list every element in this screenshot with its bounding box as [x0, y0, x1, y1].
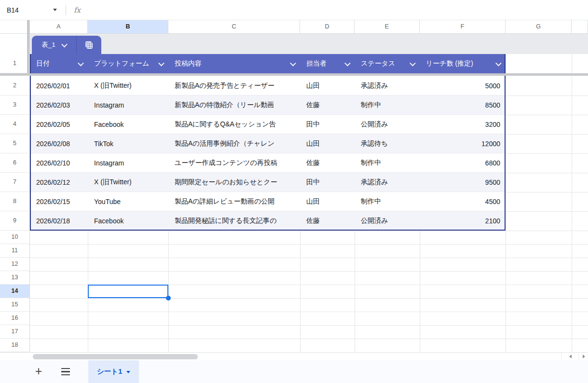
cell-content[interactable]: 製品Aに関するQ&Aセッション告 [168, 115, 300, 134]
table-header-platform[interactable]: プラットフォーム [88, 54, 168, 73]
cell-date[interactable]: 2026/02/08 [30, 134, 88, 153]
cell-date[interactable]: 2026/02/05 [30, 115, 88, 134]
row-header-14[interactable]: 14 [0, 285, 30, 298]
row-header-3[interactable]: 3 [0, 96, 30, 115]
row-header-9[interactable]: 9 [0, 211, 30, 231]
all-sheets-button[interactable] [55, 360, 76, 383]
table-border-right [505, 54, 506, 231]
row-header-1[interactable]: 1 [0, 54, 30, 73]
cell-owner[interactable]: 山田 [300, 76, 355, 95]
cell-reach[interactable]: 3200 [420, 115, 506, 134]
cell-reach[interactable]: 9500 [420, 173, 506, 192]
row-header-4[interactable]: 4 [0, 115, 30, 134]
row-header-2[interactable]: 2 [0, 76, 30, 96]
table-header-owner[interactable]: 担当者 [300, 54, 355, 73]
scrollbar-thumb[interactable] [33, 354, 198, 359]
cell-owner[interactable]: 山田 [300, 134, 355, 153]
row-header-16[interactable]: 16 [0, 312, 30, 325]
table-menu-button[interactable] [76, 36, 101, 54]
cell-content[interactable]: 製品開発秘話に関する長文記事の [168, 211, 300, 231]
corner-box[interactable] [0, 20, 30, 34]
cell-reach[interactable]: 6800 [420, 153, 506, 172]
cell-reach[interactable]: 4500 [420, 192, 506, 211]
row-header-17[interactable]: 17 [0, 325, 30, 339]
cell-date[interactable]: 2026/02/03 [30, 96, 88, 114]
row-header-13[interactable]: 13 [0, 271, 30, 285]
column-header-C[interactable]: C [168, 20, 300, 34]
sheet-grid[interactable]: ABCDEFG123456789101112131415161718日付プラット… [0, 0, 588, 383]
table-row: 2026/02/08TikTok製品Aの活用事例紹介（チャレン山田承認待ち120… [30, 134, 506, 153]
cell-reach[interactable]: 12000 [420, 134, 506, 153]
table-name-chip[interactable]: 表_1 [32, 36, 76, 54]
row-header-15[interactable]: 15 [0, 298, 30, 312]
cell-date[interactable]: 2026/02/10 [30, 153, 88, 172]
cell-status[interactable]: 公開済み [355, 211, 420, 231]
row-header-18[interactable]: 18 [0, 339, 30, 352]
cell-date[interactable]: 2026/02/15 [30, 192, 88, 211]
cell-content[interactable]: 期間限定セールのお知らせとクー [168, 173, 300, 192]
cell-content[interactable]: 新製品Aの特徴紹介（リール動画 [168, 96, 300, 114]
cell-content[interactable]: 製品Aの詳細レビュー動画の公開 [168, 192, 300, 211]
row-header-6[interactable]: 6 [0, 153, 30, 173]
sheet-tab[interactable]: シート1 [88, 360, 139, 383]
cell-date[interactable]: 2026/02/01 [30, 76, 88, 95]
cell-platform[interactable]: Facebook [88, 211, 168, 231]
cell-platform[interactable]: X (旧Twitter) [88, 173, 168, 192]
cell-owner[interactable]: 田中 [300, 173, 355, 192]
freeze-handle-horizontal[interactable] [0, 73, 588, 76]
column-header-G[interactable]: G [506, 20, 572, 34]
column-header-A[interactable]: A [30, 20, 88, 34]
cell-status[interactable]: 公開済み [355, 115, 420, 134]
cell-owner[interactable]: 佐藤 [300, 211, 355, 231]
cell-owner[interactable]: 佐藤 [300, 96, 355, 114]
row-header-5[interactable]: 5 [0, 134, 30, 153]
table-header-content[interactable]: 投稿内容 [168, 54, 300, 73]
cell-platform[interactable]: Instagram [88, 96, 168, 114]
cell-platform[interactable]: Facebook [88, 115, 168, 134]
cell-status[interactable]: 制作中 [355, 192, 420, 211]
row-header-12[interactable]: 12 [0, 258, 30, 271]
cell-date[interactable]: 2026/02/18 [30, 211, 88, 231]
row-header-10[interactable]: 10 [0, 231, 30, 244]
cell-owner[interactable]: 山田 [300, 192, 355, 211]
scroll-right-button[interactable] [578, 353, 588, 360]
cell-status[interactable]: 承認済み [355, 173, 420, 192]
scroll-left-button[interactable] [561, 353, 579, 360]
cell-status[interactable]: 承認待ち [355, 134, 420, 153]
cell-reach[interactable]: 2100 [420, 211, 506, 231]
cell-reach[interactable]: 8500 [420, 96, 506, 114]
freeze-handle-vertical[interactable] [27, 20, 29, 76]
row-header-8[interactable]: 8 [0, 192, 30, 211]
table-header-date[interactable]: 日付 [30, 54, 88, 73]
column-header-E[interactable]: E [355, 20, 420, 34]
table-border-left [30, 54, 31, 231]
cell-content[interactable]: 製品Aの活用事例紹介（チャレン [168, 134, 300, 153]
gridline [30, 231, 588, 231]
cell-status[interactable]: 制作中 [355, 153, 420, 172]
column-header-F[interactable]: F [420, 20, 506, 34]
cell-reach[interactable]: 5000 [420, 76, 506, 95]
cell-platform[interactable]: Instagram [88, 153, 168, 172]
table-header-reach[interactable]: リーチ数 (推定) [420, 54, 506, 73]
triangle-right-icon [583, 355, 585, 358]
cell-platform[interactable]: YouTube [88, 192, 168, 211]
cell-platform[interactable]: TikTok [88, 134, 168, 153]
cell-status[interactable]: 承認済み [355, 76, 420, 95]
row-header-11[interactable]: 11 [0, 244, 30, 258]
column-header-D[interactable]: D [300, 20, 355, 34]
add-sheet-button[interactable]: + [28, 360, 49, 383]
cell-owner[interactable]: 田中 [300, 115, 355, 134]
column-header-B[interactable]: B [88, 20, 168, 34]
menu-icon [61, 368, 70, 376]
cell-status[interactable]: 制作中 [355, 96, 420, 114]
row-header-7[interactable]: 7 [0, 173, 30, 192]
sheet-tab-label: シート1 [97, 367, 122, 376]
fill-handle[interactable] [166, 296, 171, 301]
cell-owner[interactable]: 佐藤 [300, 153, 355, 172]
cell-date[interactable]: 2026/02/12 [30, 173, 88, 192]
cell-content[interactable]: ユーザー作成コンテンツの再投稿 [168, 153, 300, 172]
column-header-partial[interactable] [572, 20, 588, 34]
cell-content[interactable]: 新製品Aの発売予告とティーザー [168, 76, 300, 95]
cell-platform[interactable]: X (旧Twitter) [88, 76, 168, 95]
table-header-status[interactable]: ステータス [355, 54, 420, 73]
